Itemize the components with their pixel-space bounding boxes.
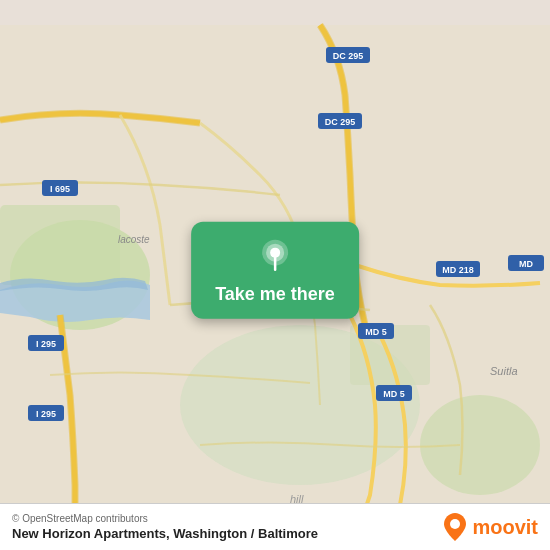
svg-text:I 295: I 295: [36, 339, 56, 349]
svg-text:MD 5: MD 5: [365, 327, 387, 337]
svg-point-30: [450, 519, 460, 529]
moovit-logo: moovit: [442, 512, 538, 542]
svg-point-4: [420, 395, 540, 495]
svg-text:MD: MD: [519, 259, 533, 269]
bottom-bar-info: © OpenStreetMap contributors New Horizon…: [12, 513, 318, 541]
svg-text:MD 5: MD 5: [383, 389, 405, 399]
take-me-there-label: Take me there: [215, 284, 335, 305]
svg-text:I 695: I 695: [50, 184, 70, 194]
svg-text:I 295: I 295: [36, 409, 56, 419]
moovit-pin-icon: [442, 512, 468, 542]
take-me-there-button[interactable]: Take me there: [191, 222, 359, 319]
map-container: I 695 DC 295 DC 295 I 295 I 295 MD 218 M…: [0, 0, 550, 550]
svg-text:MD 218: MD 218: [442, 265, 474, 275]
bottom-bar: © OpenStreetMap contributors New Horizon…: [0, 503, 550, 550]
map-attribution: © OpenStreetMap contributors: [12, 513, 318, 524]
moovit-text: moovit: [472, 516, 538, 539]
svg-text:Suitla: Suitla: [490, 365, 518, 377]
svg-rect-2: [0, 205, 120, 285]
svg-text:DC 295: DC 295: [325, 117, 356, 127]
svg-text:lacoste: lacoste: [118, 234, 150, 245]
location-title: New Horizon Apartments, Washington / Bal…: [12, 526, 318, 541]
location-pin-icon: [256, 238, 294, 276]
svg-text:DC 295: DC 295: [333, 51, 364, 61]
